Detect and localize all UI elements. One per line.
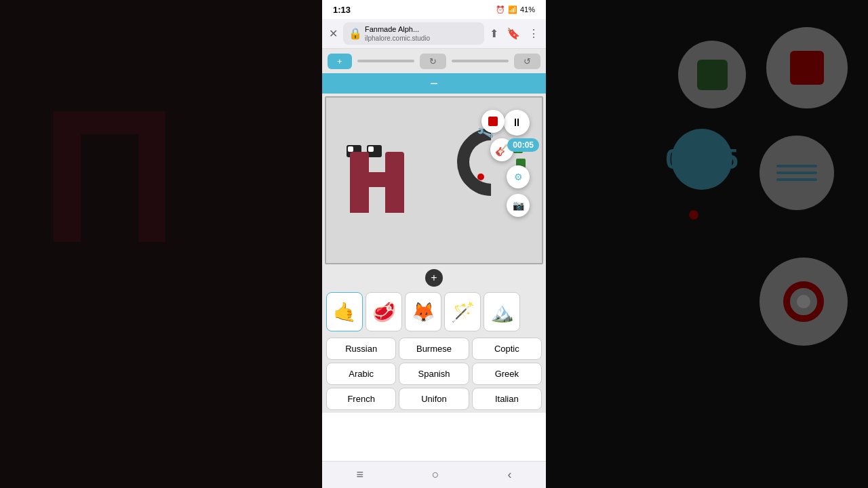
stop-icon	[488, 117, 498, 126]
nav-menu-icon[interactable]: ≡	[356, 468, 363, 482]
status-bar: 1:13 ⏰ 📶 41%	[322, 0, 546, 19]
bg-right: 00:05	[542, 0, 868, 488]
nav-back-icon[interactable]: ‹	[508, 468, 512, 482]
toolbar-accent: −	[322, 73, 546, 94]
canvas[interactable]: 🔧 ⏸ 🎸 00:05 ⚙ 📷	[325, 96, 543, 264]
lang-italian[interactable]: Italian	[472, 388, 542, 410]
toolbar-top: + ↻ ↺	[322, 49, 546, 73]
battery-icon: 41%	[520, 5, 535, 14]
browser-actions: ⬆ 🔖 ⋮	[490, 27, 539, 40]
lang-greek[interactable]: Greek	[472, 363, 542, 385]
browser-bar: ✕ 🔒 Fanmade Alph... ilphalore.comic.stud…	[322, 19, 546, 49]
camera-button[interactable]: 📷	[507, 194, 530, 217]
add-scene-button[interactable]: +	[328, 54, 352, 69]
h-crossbar	[350, 172, 404, 187]
add-bar: +	[322, 267, 546, 289]
alpha-card-5[interactable]: 🏔️	[484, 292, 520, 331]
lang-coptic[interactable]: Coptic	[472, 338, 542, 360]
bg-letter: Π	[41, 81, 178, 271]
lang-russian[interactable]: Russian	[326, 338, 396, 360]
lang-unifon[interactable]: Unifon	[399, 388, 469, 410]
redo-button[interactable]: ↺	[514, 54, 540, 69]
phone-frame: 1:13 ⏰ 📶 41% ✕ 🔒 Fanmade Alph... ilphalo…	[322, 0, 546, 488]
status-time: 1:13	[333, 5, 351, 15]
status-icons: ⏰ 📶 41%	[496, 5, 535, 14]
bg-circle-4: 00:05	[671, 129, 732, 190]
slider-1[interactable]	[357, 60, 414, 62]
lock-icon: 🔒	[349, 27, 362, 40]
card-4-emoji: 🪄	[451, 301, 475, 323]
page-title: Fanmade Alph...	[365, 25, 430, 34]
settings-icon: ⚙	[514, 171, 523, 182]
close-tab-button[interactable]: ✕	[329, 27, 338, 40]
card-2-emoji: 🥩	[372, 301, 396, 323]
nav-home-icon[interactable]: ○	[432, 468, 439, 482]
rotate-button[interactable]: ↻	[420, 54, 446, 69]
nav-bar: ≡ ○ ‹	[322, 461, 546, 488]
lang-spanish[interactable]: Spanish	[399, 363, 469, 385]
bg-circle-2	[678, 41, 746, 108]
stop-button[interactable]	[481, 110, 505, 133]
pause-button[interactable]: ⏸	[504, 110, 530, 136]
alpha-card-1[interactable]: 🤙	[326, 292, 363, 331]
settings-button[interactable]: ⚙	[507, 165, 530, 188]
bookmark-icon[interactable]: 🔖	[507, 27, 520, 40]
bg-timer: 00:05	[665, 143, 738, 176]
page-url: ilphalore.comic.studio	[365, 35, 430, 42]
alpha-card-3[interactable]: 🦊	[405, 292, 441, 331]
alarm-icon: ⏰	[496, 5, 505, 14]
share-icon[interactable]: ⬆	[490, 27, 498, 40]
card-5-emoji: 🏔️	[490, 301, 514, 323]
more-icon[interactable]: ⋮	[528, 27, 539, 40]
h-character	[347, 131, 414, 220]
slider-2[interactable]	[452, 60, 509, 62]
red-dot	[477, 174, 484, 180]
bg-circle-5	[760, 258, 848, 346]
bg-circle-3	[760, 136, 834, 210]
language-grid: Russian Burmese Coptic Arabic Spanish Gr…	[322, 335, 546, 413]
guitar-icon: 🎸	[495, 144, 509, 157]
lang-arabic[interactable]: Arabic	[326, 363, 396, 385]
bg-circle-1	[766, 27, 848, 108]
bg-left: Π	[0, 0, 326, 488]
wifi-icon: 📶	[508, 5, 517, 14]
lang-burmese[interactable]: Burmese	[399, 338, 469, 360]
canvas-area: 🔧 ⏸ 🎸 00:05 ⚙ 📷	[322, 94, 546, 267]
add-button[interactable]: +	[425, 269, 443, 287]
card-1-emoji: 🤙	[333, 301, 357, 323]
camera-icon: 📷	[513, 200, 524, 211]
card-3-emoji: 🦊	[412, 301, 435, 323]
h-eye-right	[367, 145, 382, 157]
minus-button[interactable]: −	[430, 76, 438, 92]
alpha-card-2[interactable]: 🥩	[366, 292, 402, 331]
lang-french[interactable]: French	[326, 388, 396, 410]
alphabet-cards-row: 🤙 🥩 🦊 🪄 🏔️	[322, 289, 546, 335]
alpha-card-4[interactable]: 🪄	[444, 292, 481, 331]
url-bar[interactable]: 🔒 Fanmade Alph... ilphalore.comic.studio	[343, 22, 484, 44]
pause-icon: ⏸	[511, 117, 522, 129]
timer-display: 00:05	[507, 138, 539, 152]
